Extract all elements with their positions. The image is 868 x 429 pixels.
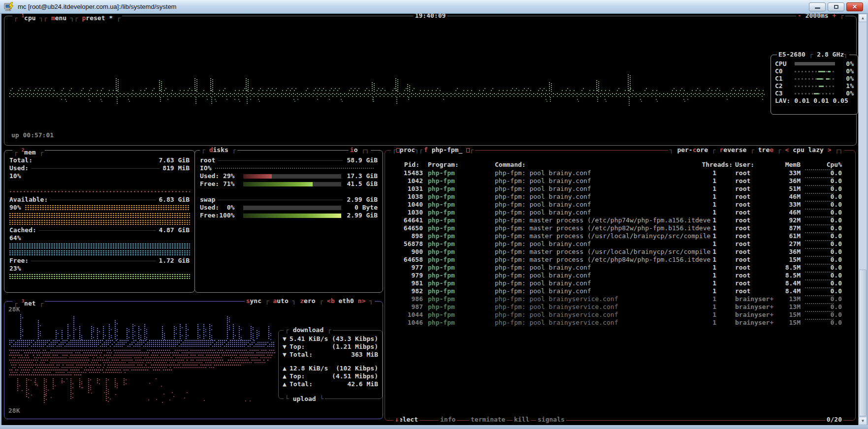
cpu-cell: 0.0 (811, 185, 842, 193)
window: mc [root@ub24.itdeveloper.com.ua]:/lib/s… (0, 0, 868, 429)
c1-meter (795, 77, 835, 80)
user-cell: brainyser+ (735, 303, 773, 311)
net-option-sync[interactable]: sync (246, 297, 261, 305)
sort-prev-button[interactable]: < (785, 146, 789, 153)
program-cell: php-fpm (428, 232, 455, 240)
proc-option-tree[interactable]: tree (758, 146, 773, 153)
scrollbar-up-arrow[interactable]: ▲ (859, 14, 867, 22)
disk-swap-free-row: Free:100% 2.99 GiB (195, 212, 383, 219)
minimize-button[interactable] (809, 2, 826, 11)
cpu-box-tabs: ┌ 1cpu ┐┌ menu ┐┌ preset * ┌ (12, 14, 122, 22)
process-row[interactable]: 977php-fpmphp-fpm: pool brainy.conf1root… (385, 264, 855, 272)
process-row[interactable]: 987php-fpmphp-fpm: pool brainyservice.co… (385, 303, 855, 311)
up-arrow-icon: ▲ (283, 380, 289, 388)
proc-option-reverse[interactable]: reverse (720, 146, 747, 153)
user-cell: brainyser+ (735, 319, 773, 327)
tab-mem[interactable]: ┌ 2mem ┌ (12, 146, 45, 156)
program-cell: php-fpm (428, 224, 455, 232)
terminal-scrollbar[interactable]: ▲ ▼ (858, 14, 867, 425)
net-iface-prev-button[interactable]: <b (327, 297, 335, 305)
tab-proc[interactable]: ┌proc┐┌ (391, 146, 424, 154)
threads-cell: 1 (683, 193, 716, 201)
mem-cell: 15M (770, 311, 801, 319)
process-row[interactable]: 1031php-fpmphp-fpm: pool brainy.conf1roo… (385, 185, 855, 193)
mem-cached-graph (9, 243, 190, 249)
window-controls: ✕ (809, 2, 863, 11)
process-row[interactable]: 1030php-fpmphp-fpm: pool brainy.conf1roo… (385, 209, 855, 216)
preset-button[interactable]: preset * (82, 14, 113, 22)
net-iface-next-button[interactable]: n> (358, 297, 366, 305)
tab-cpu[interactable]: 1cpu (22, 14, 36, 22)
process-row[interactable]: 1040php-fpmphp-fpm: pool brainy.conf1roo… (385, 201, 855, 209)
process-row[interactable]: 986php-fpmphp-fpm: pool brainyservice.co… (385, 295, 855, 303)
close-button[interactable]: ✕ (846, 2, 863, 11)
proc-box: ┌proc┐┌ f php-fpm_ ┌ ┐ per-core ┌ revers… (385, 150, 856, 421)
process-row[interactable]: 979php-fpmphp-fpm: pool brainy.conf1root… (385, 272, 855, 279)
program-cell: php-fpm (428, 311, 455, 319)
process-row[interactable]: 1044php-fpmphp-fpm: pool brainyservice.c… (385, 311, 855, 319)
net-option-zero[interactable]: zero (300, 297, 315, 305)
mem-cached-pct: 64% (9, 234, 21, 242)
process-row[interactable]: 64658php-fpmphp-fpm: master process (/et… (385, 256, 855, 264)
interval-minus-button[interactable]: - (798, 14, 802, 19)
program-cell: php-fpm (428, 240, 455, 248)
process-row[interactable]: 898php-fpmphp-fpm: master process (/usr/… (385, 232, 855, 240)
net-option-auto[interactable]: auto (273, 297, 288, 305)
sort-label: cpu lazy (793, 146, 824, 153)
sort-next-button[interactable]: > (828, 146, 832, 153)
cpu-cell: 0.0 (811, 240, 842, 248)
col-header-cpu[interactable]: Cpu% (811, 161, 842, 169)
mem-cell: 46M (770, 209, 801, 216)
cpu-graph (9, 65, 770, 112)
col-header-pid[interactable]: Pid: (389, 161, 419, 169)
process-row[interactable]: 56878php-fpmphp-fpm: pool brainy.conf1ro… (385, 240, 855, 248)
pid-cell: 986 (388, 295, 423, 303)
process-row[interactable]: 981php-fpmphp-fpm: pool brainy.conf1root… (385, 279, 855, 287)
process-row[interactable]: 1042php-fpmphp-fpm: pool brainy.conf1roo… (385, 177, 855, 185)
command-cell: php-fpm: pool brainy.conf (495, 209, 591, 216)
process-row[interactable]: 64641php-fpmphp-fpm: master process (/et… (385, 216, 855, 224)
cpu-cell: 0.0 (811, 264, 842, 272)
cpu-cell: 0.0 (811, 287, 842, 295)
col-header-command[interactable]: Command: (495, 161, 526, 169)
pid-cell: 64641 (388, 216, 423, 224)
search-input[interactable]: php-fpm_ (432, 146, 463, 153)
process-row[interactable]: 982php-fpmphp-fpm: pool brainy.conf1root… (385, 287, 855, 295)
pid-cell: 979 (388, 272, 423, 279)
user-cell: root (735, 169, 750, 177)
pid-cell: 981 (388, 279, 423, 287)
process-row[interactable]: 15483php-fpmphp-fpm: pool brainy.conf1ro… (385, 169, 855, 177)
search-key[interactable]: f (424, 146, 428, 153)
disk-swap-row: swap2.99 GiB (195, 196, 383, 204)
io-title[interactable]: io ┌┐ (349, 146, 371, 154)
process-row[interactable]: 1046php-fpmphp-fpm: pool brainyservice.c… (385, 319, 855, 327)
col-header-threads[interactable]: Threads: (702, 161, 733, 169)
cpu-cell: 0.0 (811, 319, 842, 327)
cpu-cell: 0.0 (811, 248, 842, 256)
interval-plus-button[interactable]: + (833, 14, 836, 19)
down-arrow-icon[interactable]: ↓ (393, 416, 400, 424)
disk-root-row: root58.9 GiB (195, 156, 383, 164)
cpu-cell: 0.0 (811, 295, 842, 303)
scrollbar-down-arrow[interactable]: ▼ (859, 417, 867, 425)
process-row[interactable]: 64650php-fpmphp-fpm: master process (/et… (385, 224, 855, 232)
scrollbar-thumb[interactable] (859, 270, 867, 416)
down-arrow-icon: ▼ (283, 335, 289, 343)
c2-meter (795, 84, 835, 88)
col-header-program[interactable]: Program: (428, 161, 459, 169)
titlebar[interactable]: mc [root@ub24.itdeveloper.com.ua]:/lib/s… (0, 0, 868, 14)
interval-value: 2000ms (805, 14, 829, 19)
col-header-user[interactable]: User: (735, 161, 754, 169)
command-cell: php-fpm: pool brainy.conf (495, 201, 591, 209)
proc-option-per-core[interactable]: per-core (677, 146, 708, 153)
program-cell: php-fpm (428, 216, 455, 224)
proc-search[interactable]: f php-fpm_ ┌ (422, 146, 475, 154)
process-row[interactable]: 1038php-fpmphp-fpm: pool brainy.conf1roo… (385, 193, 855, 201)
disk-root-used-bar (243, 174, 341, 179)
process-row[interactable]: 900php-fpmphp-fpm: master process (/usr/… (385, 248, 855, 256)
col-header-mem[interactable]: MemB (770, 161, 801, 169)
command-cell: php-fpm: pool brainy.conf (495, 272, 591, 279)
command-cell: php-fpm: master process (/etc/php84w/php… (495, 256, 710, 264)
maximize-button[interactable] (828, 2, 844, 11)
menu-button[interactable]: menu (51, 14, 66, 22)
